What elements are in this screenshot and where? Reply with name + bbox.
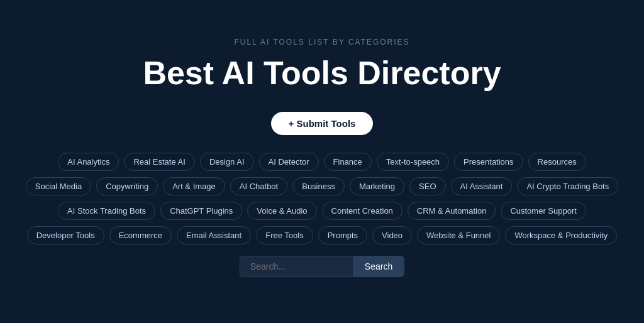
tag-item[interactable]: Design AI <box>200 153 254 171</box>
tag-item[interactable]: Art & Image <box>163 177 225 195</box>
tag-item[interactable]: Customer Support <box>501 202 586 220</box>
tag-item[interactable]: Prompts <box>318 226 367 244</box>
submit-tools-button[interactable]: + Submit Tools <box>271 112 374 135</box>
tag-item[interactable]: AI Detector <box>259 153 319 171</box>
tag-item[interactable]: Copywriting <box>96 177 158 195</box>
tag-item[interactable]: Finance <box>324 153 372 171</box>
subtitle: FULL AI TOOLS LIST BY CATEGORIES <box>234 38 409 47</box>
tag-item[interactable]: Text-to-speech <box>377 153 449 171</box>
tag-row-0: AI AnalyticsReal Estate AIDesign AIAI De… <box>58 153 586 171</box>
search-button[interactable]: Search <box>353 256 404 277</box>
search-bar: Search <box>240 256 404 277</box>
tag-item[interactable]: ChatGPT Plugins <box>160 202 242 220</box>
tag-item[interactable]: Voice & Audio <box>247 202 316 220</box>
page-title: Best AI Tools Directory <box>143 54 501 92</box>
tag-item[interactable]: SEO <box>409 177 445 195</box>
tag-row-3: Developer ToolsEcommerceEmail AssistantF… <box>27 226 618 244</box>
tag-item[interactable]: Developer Tools <box>27 226 104 244</box>
tag-item[interactable]: Ecommerce <box>109 226 172 244</box>
tag-item[interactable]: Content Creation <box>322 202 402 220</box>
search-input[interactable] <box>240 256 353 277</box>
tag-item[interactable]: AI Analytics <box>58 153 119 171</box>
tag-item[interactable]: Business <box>292 177 345 195</box>
tag-item[interactable]: Workspace & Productivity <box>505 226 617 244</box>
tag-item[interactable]: CRM & Automation <box>408 202 496 220</box>
tag-row-1: Social MediaCopywritingArt & ImageAI Cha… <box>26 177 618 195</box>
tags-container: AI AnalyticsReal Estate AIDesign AIAI De… <box>39 153 605 244</box>
tag-item[interactable]: Social Media <box>26 177 91 195</box>
tag-item[interactable]: Marketing <box>350 177 404 195</box>
tag-item[interactable]: AI Assistant <box>451 177 513 195</box>
tag-item[interactable]: Video <box>372 226 412 244</box>
tag-item[interactable]: Website & Funnel <box>417 226 500 244</box>
tag-item[interactable]: Presentations <box>454 153 523 171</box>
tag-item[interactable]: AI Crypto Trading Bots <box>517 177 618 195</box>
tag-item[interactable]: AI Chatbot <box>230 177 287 195</box>
tag-item[interactable]: Real Estate AI <box>124 153 194 171</box>
tag-item[interactable]: Email Assistant <box>177 226 251 244</box>
tag-row-2: AI Stock Trading BotsChatGPT PluginsVoic… <box>58 202 586 220</box>
tag-item[interactable]: Resources <box>528 153 586 171</box>
tag-item[interactable]: AI Stock Trading Bots <box>58 202 155 220</box>
tag-item[interactable]: Free Tools <box>256 226 313 244</box>
